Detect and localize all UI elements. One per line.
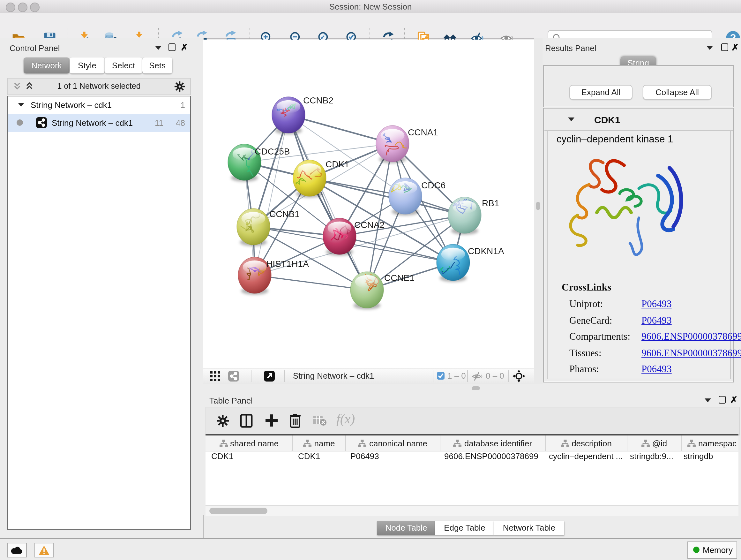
crosslink-row: Tissues:9606.ENSP00000378699 bbox=[569, 347, 729, 359]
tab-edge-table[interactable]: Edge Table bbox=[435, 521, 494, 535]
selected-count-label: 1 – 0 bbox=[448, 371, 466, 381]
crosslink-link[interactable]: 9606.ENSP00000378699 bbox=[642, 347, 741, 359]
cell-canonical-name[interactable]: P06493 bbox=[345, 451, 439, 463]
add-column-icon[interactable] bbox=[265, 414, 278, 427]
network-view-icon[interactable] bbox=[228, 370, 239, 382]
edge-CCNB2-HIST1H1A[interactable] bbox=[255, 115, 288, 275]
crosslink-link[interactable]: P06493 bbox=[642, 314, 672, 326]
control-panel-maximize-icon[interactable] bbox=[169, 44, 176, 51]
node-label-CCNB1: CCNB1 bbox=[269, 209, 300, 219]
crosslink-link[interactable]: P06493 bbox=[642, 298, 672, 310]
delete-table-icon[interactable] bbox=[313, 416, 327, 426]
results-section: CDK1 cyclin–dependent kinase 1 CrossLink… bbox=[543, 108, 734, 382]
network-collection-row[interactable]: String Network – cdk1 1 bbox=[8, 97, 190, 114]
results-panel-close-icon[interactable]: ✗ bbox=[731, 44, 739, 51]
column-header-shared-name[interactable]: shared name bbox=[205, 435, 293, 451]
collapse-all-button[interactable]: Collapse All bbox=[643, 85, 712, 100]
table-panel-maximize-icon[interactable] bbox=[719, 396, 726, 403]
column-attribute-icon bbox=[687, 439, 696, 447]
network-row[interactable]: String Network – cdk1 11 48 bbox=[8, 114, 190, 132]
results-panel-title: Results Panel bbox=[545, 44, 596, 53]
column-attribute-icon bbox=[454, 439, 462, 447]
results-actions-box: Expand All Collapse All bbox=[543, 65, 734, 107]
table-settings-gear-icon[interactable] bbox=[216, 415, 229, 427]
crosslink-label: GeneCard: bbox=[569, 314, 612, 325]
tab-node-table[interactable]: Node Table bbox=[377, 521, 435, 535]
node-CCNB2[interactable]: CCNB2 bbox=[272, 96, 333, 134]
expand-all-button[interactable]: Expand All bbox=[569, 85, 632, 100]
hidden-count-label: 0 – 0 bbox=[486, 371, 504, 381]
section-expander-icon[interactable] bbox=[568, 118, 575, 121]
grid-view-icon[interactable] bbox=[210, 371, 221, 381]
cell-shared-name[interactable]: CDK1 bbox=[205, 451, 292, 463]
scrollbar-thumb[interactable] bbox=[209, 508, 267, 514]
node-CDK1[interactable]: CDK1 bbox=[293, 159, 349, 198]
crosslink-row: Pharos:P06493 bbox=[569, 363, 729, 375]
column-header-database-identifier[interactable]: database identifier bbox=[441, 435, 546, 451]
function-builder-icon[interactable]: f(x) bbox=[336, 411, 355, 427]
table-row[interactable]: CDK1CDK1P064939606.ENSP00000378699cyclin… bbox=[205, 451, 738, 463]
results-panel-float-icon[interactable] bbox=[706, 46, 713, 50]
results-section-body: cyclin–dependent kinase 1 CrossLinks Uni… bbox=[547, 130, 731, 379]
fit-content-icon[interactable] bbox=[513, 370, 525, 382]
network-node-count: 11 bbox=[155, 118, 163, 128]
tab-select[interactable]: Select bbox=[105, 57, 142, 73]
footer-separator bbox=[251, 370, 252, 382]
crosslink-label: Pharos: bbox=[569, 363, 599, 374]
footer-separator bbox=[467, 370, 468, 382]
control-panel-float-icon[interactable] bbox=[155, 46, 161, 50]
cell-description[interactable]: cyclin–dependent ... bbox=[543, 451, 624, 463]
network-edge-count: 48 bbox=[176, 118, 185, 128]
crosslink-link[interactable]: 9606.ENSP00000378699 bbox=[642, 331, 741, 342]
network-options-gear-icon[interactable] bbox=[174, 81, 185, 92]
collection-count: 1 bbox=[181, 100, 185, 110]
node-CDC25B[interactable]: CDC25B bbox=[228, 144, 290, 182]
column-header-canonical-name[interactable]: canonical name bbox=[346, 435, 441, 451]
node-HIST1H1A[interactable]: HIST1H1A bbox=[238, 257, 309, 295]
tab-network[interactable]: Network bbox=[23, 57, 70, 73]
column-attribute-icon bbox=[303, 439, 312, 447]
tab-sets[interactable]: Sets bbox=[142, 57, 172, 73]
protein-structure-image bbox=[563, 151, 688, 260]
column-header-namespac[interactable]: namespac bbox=[682, 435, 741, 451]
node-label-CCNA1: CCNA1 bbox=[408, 127, 438, 137]
crosslink-link[interactable]: P06493 bbox=[642, 363, 672, 375]
node-RB1[interactable]: RB1 bbox=[448, 197, 499, 235]
selected-checkbox-icon[interactable] bbox=[436, 372, 445, 380]
delete-column-icon[interactable] bbox=[289, 413, 301, 428]
edge-CCNA2-CDKN1A[interactable] bbox=[340, 236, 453, 262]
results-section-header[interactable]: CDK1 bbox=[544, 109, 733, 131]
node-CDKN1A[interactable]: CDKN1A bbox=[431, 244, 504, 282]
edge-HIST1H1A-CCNE1[interactable] bbox=[255, 275, 367, 290]
memory-button[interactable]: Memory bbox=[687, 542, 737, 559]
node-label-CDC6: CDC6 bbox=[421, 180, 446, 190]
table-panel-close-icon[interactable]: ✗ bbox=[730, 396, 738, 403]
network-label: String Network – cdk1 bbox=[52, 118, 133, 128]
network-share-icon bbox=[36, 117, 47, 128]
tab-network-table[interactable]: Network Table bbox=[494, 521, 564, 535]
column-header-name[interactable]: name bbox=[293, 435, 346, 451]
column-header-description[interactable]: description bbox=[546, 435, 627, 451]
network-graph[interactable]: CCNB2CCNA1CDC25BCDK1CDC6RB1CCNB1CCNA2CDK… bbox=[203, 40, 534, 368]
collection-expander-icon[interactable] bbox=[18, 103, 24, 107]
column-attribute-icon bbox=[219, 439, 227, 447]
network-selection-info: 1 of 1 Network selected bbox=[8, 82, 190, 91]
cell--id[interactable]: stringdb:9... bbox=[624, 451, 678, 463]
cloud-status-button[interactable] bbox=[7, 543, 27, 557]
node-CDC6[interactable]: CDC6 bbox=[389, 178, 446, 215]
cell-namespac[interactable]: stringdb bbox=[678, 451, 738, 463]
tab-style[interactable]: Style bbox=[70, 57, 105, 73]
show-columns-icon[interactable] bbox=[240, 414, 253, 428]
warning-status-button[interactable] bbox=[35, 543, 54, 557]
node-CCNA2[interactable]: CCNA2 bbox=[323, 218, 385, 256]
table-panel-float-icon[interactable] bbox=[704, 398, 711, 402]
control-panel-close-icon[interactable]: ✗ bbox=[181, 44, 188, 51]
cell-database-identifier[interactable]: 9606.ENSP00000378699 bbox=[439, 451, 543, 463]
network-canvas[interactable]: CCNB2CCNA1CDC25BCDK1CDC6RB1CCNB1CCNA2CDK… bbox=[203, 40, 534, 368]
table-horizontal-scrollbar[interactable] bbox=[205, 505, 738, 516]
results-panel-maximize-icon[interactable] bbox=[721, 44, 728, 51]
birdseye-view-icon[interactable] bbox=[264, 370, 275, 382]
table-panel-title: Table Panel bbox=[209, 396, 253, 406]
cell-name[interactable]: CDK1 bbox=[292, 451, 345, 463]
column-header--id[interactable]: @id bbox=[627, 435, 682, 451]
